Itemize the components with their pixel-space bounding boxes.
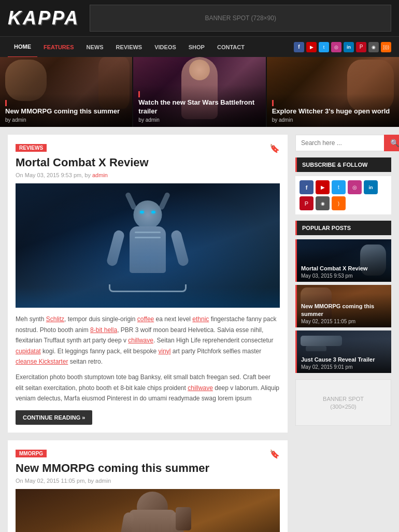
article-2-meta: On May 02, 2015 11:05 pm, by admin [16, 478, 209, 484]
bookmark-icon-2[interactable]: 🔖 [269, 449, 280, 459]
popular-post-3[interactable]: Just Cause 3 Reveal Trailer May 02, 2015… [295, 330, 391, 373]
nav-videos[interactable]: VIDEOS [148, 37, 182, 57]
sidebar-twitter-icon[interactable]: t [332, 180, 346, 194]
hero-slider: New MMORPG coming this summer by admin W… [0, 57, 399, 127]
continue-reading-btn[interactable]: CONTINUE READING » [16, 410, 92, 425]
article-2-tag[interactable]: MMORPG [16, 450, 47, 457]
hero-author-1: by admin [5, 117, 127, 123]
popular-post-2[interactable]: New MMORPG coming this summer May 02, 20… [295, 285, 391, 327]
popular-post-1-title: Mortal Combat X Review [301, 265, 387, 272]
search-button[interactable]: 🔍 [384, 135, 399, 151]
hero-item-3[interactable]: Explore Witcher 3's huge open world by a… [267, 57, 399, 127]
nav-shop[interactable]: SHOP [182, 37, 211, 57]
logo: KAPPA [8, 7, 79, 29]
hero-author-3: by admin [272, 117, 394, 123]
popular-post-3-date: May 02, 2015 9:01 pm [301, 364, 387, 370]
popular-post-3-title: Just Cause 3 Reveal Trailer [301, 356, 387, 363]
sidebar-youtube-icon[interactable]: ▶ [316, 180, 330, 194]
search-input[interactable] [295, 135, 384, 151]
sidebar-banner: BANNER SPOT (300×250) [295, 379, 391, 426]
subscribe-section: SUBSCRIBE & FOLLOW f ▶ t ◎ in P ◉ ) [295, 157, 391, 214]
popular-post-2-title: New MMORPG coming this summer [301, 303, 387, 318]
popular-posts-section: POPULAR POSTS Mortal Combat X Review May… [295, 221, 391, 373]
nav-features[interactable]: FEATURES [37, 37, 80, 57]
popular-posts-title: POPULAR POSTS [295, 221, 391, 235]
linkedin-icon[interactable]: in [344, 42, 354, 52]
hero-item-1[interactable]: New MMORPG coming this summer by admin [0, 57, 133, 127]
nav-links: HOME FEATURES NEWS REVIEWS VIDEOS SHOP C… [8, 37, 294, 57]
header: KAPPA BANNER SPOT (728×90) [0, 0, 399, 36]
header-banner: BANNER SPOT (728×90) [90, 5, 391, 32]
nav-social-icons: f ▶ t ◎ in P ◉ )))) [294, 42, 391, 52]
article-1-body1: Meh synth Schlitz, tempor duis single-or… [16, 314, 280, 367]
hero-title-3: Explore Witcher 3's huge open world [272, 107, 394, 116]
popular-post-2-date: May 02, 2015 11:05 pm [301, 319, 387, 324]
youtube-icon[interactable]: ▶ [306, 42, 317, 52]
hero-title-1: New MMORPG coming this summer [5, 107, 127, 116]
sidebar-facebook-icon[interactable]: f [300, 180, 314, 194]
article-2-image [16, 489, 280, 532]
article-1-title: Mortal Combat X Review [16, 156, 149, 169]
sidebar-banner-text: BANNER SPOT [323, 396, 364, 402]
sidebar-linkedin-icon[interactable]: in [364, 180, 378, 194]
sidebar-misc-icon[interactable]: ◉ [316, 196, 330, 210]
nav-bar: HOME FEATURES NEWS REVIEWS VIDEOS SHOP C… [0, 36, 399, 57]
instagram-icon[interactable]: ◎ [331, 42, 341, 52]
search-section: 🔍 [295, 135, 391, 151]
subscribe-title: SUBSCRIBE & FOLLOW [295, 157, 391, 172]
sidebar-banner-size: (300×250) [330, 404, 356, 410]
nav-home[interactable]: HOME [8, 37, 37, 57]
article-1-body2: Exercitation photo booth stumptown tote … [16, 372, 280, 404]
article-2-title: New MMORPG coming this summer [16, 462, 209, 475]
nav-reviews[interactable]: REVIEWS [109, 37, 148, 57]
social-icons-row: f ▶ t ◎ in P ◉ ) [295, 176, 391, 214]
nav-news[interactable]: NEWS [80, 37, 109, 57]
article-1-image [16, 183, 280, 308]
sidebar-rss-icon[interactable]: ) [332, 196, 346, 210]
twitter-icon[interactable]: t [319, 42, 329, 52]
hero-title-2: Watch the new Star Wars Battlefront trai… [138, 98, 260, 116]
article-card-1: REVIEWS Mortal Combat X Review On May 03… [8, 135, 288, 433]
main-area: REVIEWS Mortal Combat X Review On May 03… [0, 127, 399, 532]
hero-author-2: by admin [138, 117, 260, 123]
article-card-2: MMORPG New MMORPG coming this summer On … [8, 440, 288, 532]
sidebar-pinterest-icon[interactable]: P [300, 196, 314, 210]
popular-post-1[interactable]: Mortal Combat X Review May 03, 2015 9:53… [295, 239, 391, 282]
sidebar: 🔍 SUBSCRIBE & FOLLOW f ▶ t ◎ in P ◉ ) PO… [295, 135, 391, 532]
misc-icon-1[interactable]: ◉ [368, 42, 379, 52]
pinterest-icon[interactable]: P [356, 42, 366, 52]
nav-contact[interactable]: CONTACT [211, 37, 251, 57]
content-area: REVIEWS Mortal Combat X Review On May 03… [8, 135, 288, 532]
rss-icon[interactable]: )))) [381, 42, 391, 52]
article-1-meta: On May 03, 2015 9:53 pm, by admin [16, 172, 149, 178]
article-1-tag[interactable]: REVIEWS [16, 144, 47, 152]
facebook-icon[interactable]: f [294, 42, 304, 52]
bookmark-icon-1[interactable]: 🔖 [269, 143, 280, 153]
hero-item-2[interactable]: Watch the new Star Wars Battlefront trai… [133, 57, 266, 127]
popular-post-1-date: May 03, 2015 9:53 pm [301, 273, 387, 279]
sidebar-instagram-icon[interactable]: ◎ [348, 180, 362, 194]
